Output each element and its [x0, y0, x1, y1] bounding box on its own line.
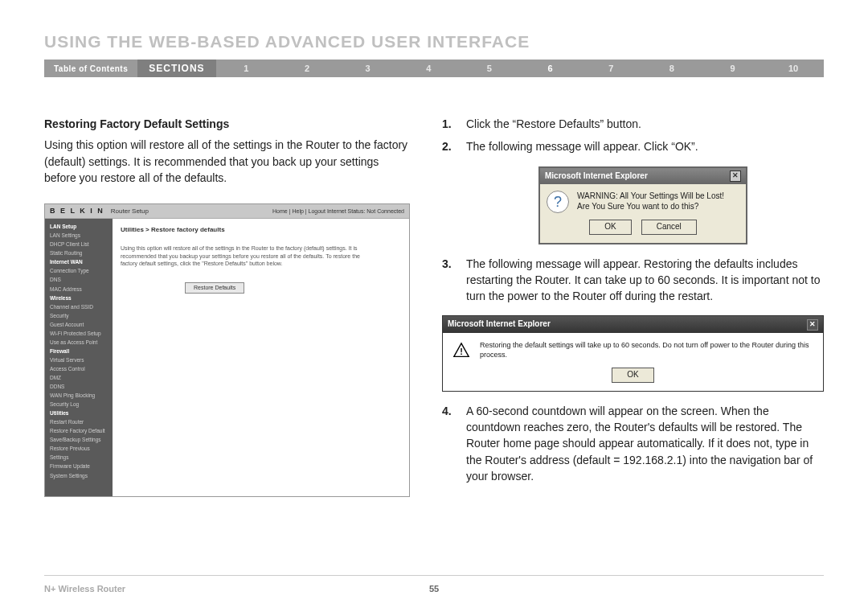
step-num: 2.	[442, 138, 457, 154]
step-num: 4.	[442, 403, 457, 484]
section-link-10[interactable]: 10	[763, 64, 824, 73]
svg-text:!: !	[460, 346, 463, 355]
router-breadcrumb: Utilities > Restore factory defaults	[121, 225, 401, 235]
sidebar-item[interactable]: Firmware Update	[50, 462, 108, 470]
sections-label: SECTIONS	[137, 60, 215, 77]
sidebar-item[interactable]: Guest Account	[50, 320, 108, 329]
restore-defaults-button[interactable]: Restore Defaults	[185, 282, 244, 294]
section-link-8[interactable]: 8	[641, 64, 702, 73]
sidebar-item[interactable]: DNS	[50, 275, 108, 284]
product-label: N+ Wireless Router	[44, 584, 125, 594]
page-footer: N+ Wireless Router 55	[44, 575, 824, 594]
sidebar-item[interactable]: DDNS	[50, 382, 108, 391]
toc-link[interactable]: Table of Contents	[44, 64, 137, 73]
sidebar-item[interactable]: Channel and SSID	[50, 302, 108, 311]
sidebar-item[interactable]: MAC Address	[50, 285, 108, 294]
step-num: 3.	[442, 256, 457, 305]
section-link-2[interactable]: 2	[276, 64, 338, 73]
left-heading: Restoring Factory Default Settings	[44, 116, 410, 132]
dialog-msg: Restoring the default settings will take…	[480, 341, 813, 359]
sidebar-item[interactable]: DMZ	[50, 373, 108, 382]
step-4: A 60-second countdown will appear on the…	[466, 403, 824, 484]
section-link-1[interactable]: 1	[216, 64, 277, 73]
left-paragraph: Using this option will restore all of th…	[44, 137, 410, 186]
dialog-line2: Are You Sure You want to do this?	[577, 201, 724, 212]
section-link-3[interactable]: 3	[338, 64, 399, 73]
sidebar-item[interactable]: Save/Backup Settings	[50, 435, 108, 444]
step-num: 1.	[442, 116, 457, 132]
dialog-line1: WARNING: All Your Settings Will be Lost!	[577, 191, 724, 201]
section-link-7[interactable]: 7	[580, 64, 641, 73]
sidebar-item[interactable]: Security Log	[50, 400, 108, 409]
close-icon[interactable]: ✕	[807, 319, 818, 331]
sidebar-item[interactable]: Security	[50, 311, 108, 320]
router-sidebar: LAN SetupLAN SettingsDHCP Client ListSta…	[45, 219, 113, 496]
router-toolbar: Home | Help | Logout Internet Status: No…	[272, 207, 404, 216]
section-number-list: 12345678910	[216, 64, 824, 73]
cancel-button[interactable]: Cancel	[641, 220, 697, 235]
sidebar-item[interactable]: Access Control	[50, 364, 108, 373]
sidebar-item[interactable]: LAN Settings	[50, 231, 108, 240]
section-link-5[interactable]: 5	[459, 64, 520, 73]
right-column: 1.Click the “Restore Defaults” button. 2…	[442, 116, 824, 497]
left-column: Restoring Factory Default Settings Using…	[44, 116, 410, 497]
sidebar-item[interactable]: Connection Type	[50, 266, 108, 275]
restoring-dialog: Microsoft Internet Explorer ✕ ! Restorin…	[442, 315, 824, 391]
dialog-title: Microsoft Internet Explorer	[545, 170, 648, 183]
sidebar-item[interactable]: Internet WAN	[50, 257, 108, 266]
ok-button[interactable]: OK	[589, 220, 631, 235]
sidebar-item[interactable]: LAN Setup	[50, 222, 108, 231]
section-link-4[interactable]: 4	[398, 64, 459, 73]
sidebar-item[interactable]: Wi-Fi Protected Setup	[50, 329, 108, 338]
sidebar-item[interactable]: Firewall	[50, 347, 108, 355]
ok-button[interactable]: OK	[612, 368, 653, 383]
sidebar-item[interactable]: Virtual Servers	[50, 355, 108, 364]
dialog-title: Microsoft Internet Explorer	[448, 318, 551, 331]
page-number: 55	[429, 584, 439, 594]
sidebar-item[interactable]: Static Routing	[50, 249, 108, 257]
sidebar-item[interactable]: Wireless	[50, 294, 108, 302]
page-title: USING THE WEB-BASED ADVANCED USER INTERF…	[44, 32, 824, 51]
sidebar-item[interactable]: System Settings	[50, 471, 108, 480]
sidebar-item[interactable]: Restore Factory Default	[50, 426, 108, 435]
sidebar-item[interactable]: Use as Access Point	[50, 338, 108, 347]
step-2: The following message will appear. Click…	[466, 138, 824, 154]
sidebar-item[interactable]: WAN Ping Blocking	[50, 391, 108, 400]
warning-icon: !	[452, 342, 470, 359]
router-desc: Using this option will restore all of th…	[121, 244, 362, 268]
router-logo: B E L K I N	[50, 206, 104, 216]
close-icon[interactable]: ✕	[730, 170, 741, 182]
section-navbar: Table of Contents SECTIONS 12345678910	[44, 60, 824, 77]
router-subtitle: Router Setup	[111, 207, 149, 216]
step-3: The following message will appear. Resto…	[466, 256, 824, 305]
sidebar-item[interactable]: DHCP Client List	[50, 240, 108, 249]
sidebar-item[interactable]: Restart Router	[50, 417, 108, 426]
router-screenshot: B E L K I N Router Setup Home | Help | L…	[44, 203, 410, 497]
step-1: Click the “Restore Defaults” button.	[466, 116, 824, 132]
section-link-9[interactable]: 9	[702, 64, 764, 73]
warning-dialog: Microsoft Internet Explorer ✕ ? WARNING:…	[538, 166, 747, 244]
sidebar-item[interactable]: Restore Previous Settings	[50, 444, 108, 462]
sidebar-item[interactable]: Utilities	[50, 409, 108, 417]
section-link-6[interactable]: 6	[520, 64, 581, 73]
question-icon: ?	[547, 191, 569, 213]
